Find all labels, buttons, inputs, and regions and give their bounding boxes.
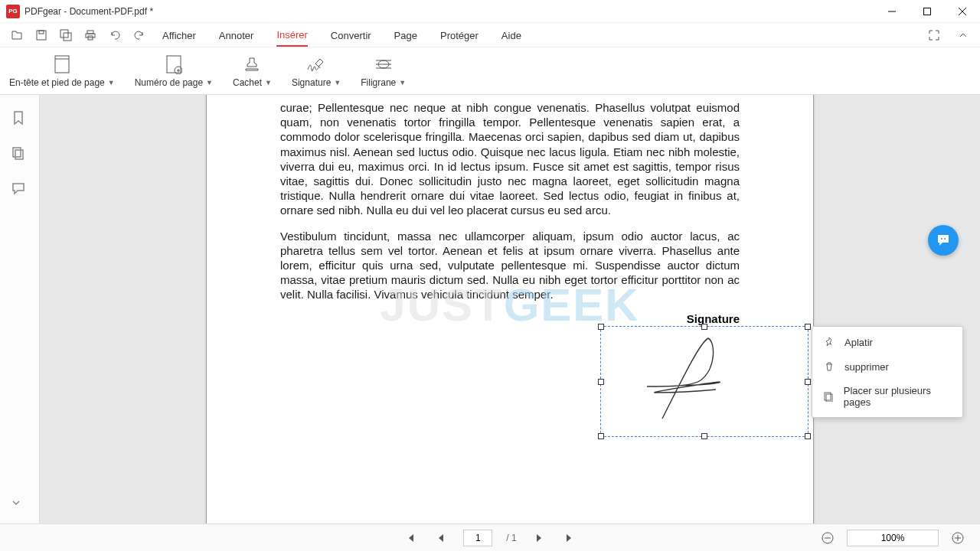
signature-drawing xyxy=(601,327,809,438)
watermark-icon xyxy=(374,54,394,74)
svg-point-26 xyxy=(944,238,946,240)
close-button[interactable] xyxy=(945,0,980,23)
svg-rect-21 xyxy=(13,148,21,157)
app-icon: PG xyxy=(6,5,20,18)
svg-rect-7 xyxy=(64,33,71,41)
thumbnails-icon[interactable] xyxy=(11,145,29,164)
open-icon[interactable] xyxy=(9,28,24,43)
menu-afficher[interactable]: Afficher xyxy=(162,25,196,46)
ctx-flatten-label: Aplatir xyxy=(844,337,873,348)
watermark-label: Filigrane xyxy=(361,77,396,88)
menu-inserer[interactable]: Insérer xyxy=(276,24,307,47)
prev-page-button[interactable] xyxy=(433,530,449,546)
menu-aide[interactable]: Aide xyxy=(501,25,521,46)
left-sidebar xyxy=(0,95,40,523)
svg-rect-6 xyxy=(60,30,68,37)
document-canvas[interactable]: curae; Pellentesque nec neque at nibh co… xyxy=(40,95,980,523)
signature-selection[interactable] xyxy=(600,326,808,437)
pin-icon xyxy=(823,336,835,348)
undo-icon[interactable] xyxy=(107,28,122,43)
ctx-delete-label: supprimer xyxy=(844,361,889,373)
chevron-down-icon: ▼ xyxy=(108,79,115,86)
paragraph-2: Vestibulum tincidunt, massa nec ullamcor… xyxy=(280,229,740,302)
trash-icon xyxy=(823,360,835,373)
fullscreen-icon[interactable] xyxy=(926,28,942,43)
stamp-icon xyxy=(242,54,262,74)
ctx-delete[interactable]: supprimer xyxy=(812,354,962,379)
pages-icon xyxy=(823,390,835,403)
chevron-down-icon: ▼ xyxy=(206,79,213,86)
status-bar: / 1 100% xyxy=(0,523,980,551)
zoom-out-button[interactable] xyxy=(819,530,836,546)
save-icon[interactable] xyxy=(34,28,49,43)
page-number-icon xyxy=(164,54,184,74)
page-number-input[interactable] xyxy=(463,530,492,546)
signature-button[interactable]: Signature▼ xyxy=(292,54,341,88)
svg-rect-11 xyxy=(55,56,69,73)
watermark-button[interactable]: Filigrane▼ xyxy=(361,54,406,88)
page-number-label: Numéro de page xyxy=(135,77,203,88)
menu-annoter[interactable]: Annoter xyxy=(219,25,254,46)
pdf-page: curae; Pellentesque nec neque at nibh co… xyxy=(206,95,814,523)
page-icon xyxy=(52,54,72,74)
svg-rect-1 xyxy=(924,8,931,15)
signature-label: Signature xyxy=(292,77,331,88)
svg-rect-8 xyxy=(87,31,93,34)
chevron-down-icon: ▼ xyxy=(265,79,272,86)
redo-icon[interactable] xyxy=(132,28,147,43)
ctx-place-multi[interactable]: Placer sur plusieurs pages xyxy=(812,379,962,414)
window-controls xyxy=(874,0,980,23)
chevron-down-icon: ▼ xyxy=(334,79,341,86)
saveas-icon[interactable] xyxy=(58,28,74,43)
collapse-ribbon-icon[interactable] xyxy=(956,28,971,43)
paragraph-1: curae; Pellentesque nec neque at nibh co… xyxy=(280,100,740,218)
zoom-level[interactable]: 100% xyxy=(847,530,939,546)
zoom-controls: 100% xyxy=(819,530,966,546)
title-bar: PG PDFgear - Document-PDF.pdf * xyxy=(0,0,980,23)
menu-right xyxy=(926,23,971,47)
header-footer-button[interactable]: En-tête et pied de page▼ xyxy=(9,54,115,88)
first-page-button[interactable] xyxy=(402,530,419,546)
page-number-button[interactable]: Numéro de page▼ xyxy=(135,54,213,88)
ribbon: En-tête et pied de page▼ Numéro de page▼… xyxy=(0,47,980,95)
comments-icon[interactable] xyxy=(11,181,29,199)
next-page-button[interactable] xyxy=(531,530,547,546)
zoom-in-button[interactable] xyxy=(949,530,966,546)
signature-heading: Signature xyxy=(280,312,740,325)
context-menu: Aplatir supprimer Placer sur plusieurs p… xyxy=(812,326,963,418)
print-icon[interactable] xyxy=(83,28,98,43)
last-page-button[interactable] xyxy=(561,530,578,546)
window-title: PDFgear - Document-PDF.pdf * xyxy=(24,6,153,17)
header-footer-label: En-tête et pied de page xyxy=(9,77,105,88)
svg-rect-4 xyxy=(37,31,46,40)
expand-sidebar-icon[interactable] xyxy=(11,497,29,516)
signature-icon xyxy=(306,54,326,74)
menu-bar: Afficher Annoter Insérer Convertir Page … xyxy=(153,23,531,47)
stamp-button[interactable]: Cachet▼ xyxy=(233,54,272,88)
menu-proteger[interactable]: Protéger xyxy=(440,25,479,46)
svg-rect-22 xyxy=(15,150,23,159)
menu-page[interactable]: Page xyxy=(394,25,417,46)
minimize-button[interactable] xyxy=(874,0,910,23)
ai-assistant-button[interactable] xyxy=(928,225,959,256)
ctx-place-multi-label: Placer sur plusieurs pages xyxy=(844,385,952,408)
svg-rect-5 xyxy=(39,31,44,34)
maximize-button[interactable] xyxy=(910,0,945,23)
menu-convertir[interactable]: Convertir xyxy=(331,25,371,46)
page-total-label: / 1 xyxy=(506,533,516,543)
ctx-flatten[interactable]: Aplatir xyxy=(812,330,962,354)
chevron-down-icon: ▼ xyxy=(399,79,406,86)
main-area: curae; Pellentesque nec neque at nibh co… xyxy=(0,95,980,523)
stamp-label: Cachet xyxy=(233,77,262,88)
bookmarks-icon[interactable] xyxy=(11,110,29,129)
svg-point-25 xyxy=(941,238,942,240)
